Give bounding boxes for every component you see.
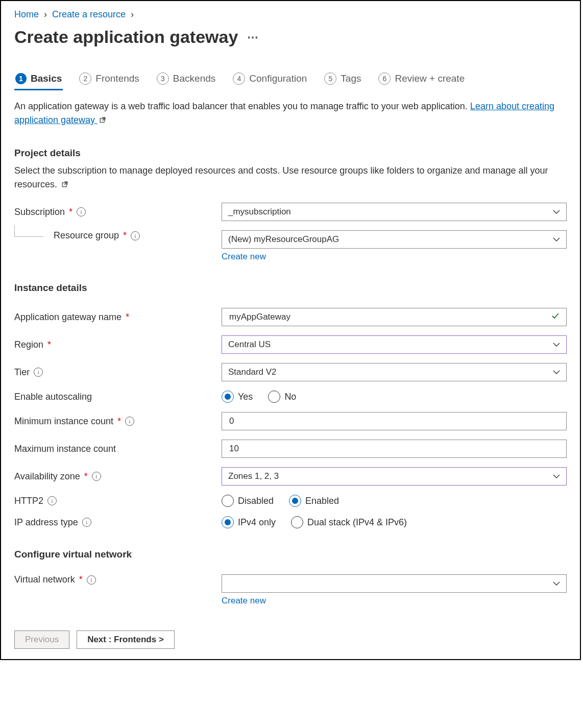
step-badge: 6 <box>378 72 391 85</box>
tier-select[interactable]: Standard V2 <box>222 363 567 381</box>
gateway-name-input-wrap <box>222 308 567 326</box>
info-icon[interactable]: i <box>82 518 91 527</box>
field-availability-zone: Availability zone * i Zones 1, 2, 3 <box>14 467 567 486</box>
tab-label: Basics <box>31 73 62 84</box>
http2-disabled-radio[interactable]: Disabled <box>222 495 274 507</box>
label-ip-type: IP address type <box>14 517 78 528</box>
checkmark-icon <box>551 311 560 323</box>
tab-label: Tags <box>341 73 361 84</box>
required-icon: * <box>79 574 83 585</box>
autoscaling-yes-radio[interactable]: Yes <box>222 391 253 403</box>
tier-value: Standard V2 <box>228 367 277 377</box>
autoscaling-no-radio[interactable]: No <box>268 391 296 403</box>
virtual-network-select[interactable] <box>222 574 567 593</box>
chevron-down-icon <box>553 342 560 347</box>
tab-frontends[interactable]: 2 Frontends <box>78 69 140 90</box>
chevron-down-icon <box>553 474 560 479</box>
page-title: Create application gateway ⋯ <box>14 27 567 47</box>
field-ip-type: IP address type i IPv4 only Dual stack (… <box>14 516 567 528</box>
info-icon[interactable]: i <box>131 231 140 240</box>
external-link-icon[interactable] <box>60 179 68 189</box>
field-min-instance: Minimum instance count * i <box>14 412 567 430</box>
intro-body: An application gateway is a web traffic … <box>14 101 470 111</box>
required-icon: * <box>117 416 121 427</box>
field-autoscaling: Enable autoscaling Yes No <box>14 391 567 403</box>
step-badge: 4 <box>233 72 245 85</box>
step-badge: 1 <box>15 73 27 84</box>
radio-label: IPv4 only <box>238 517 276 528</box>
create-new-vnet-link[interactable]: Create new <box>222 596 266 605</box>
info-icon[interactable]: i <box>34 368 43 377</box>
radio-label: Yes <box>238 392 253 402</box>
label-region: Region <box>14 339 43 350</box>
tab-configuration[interactable]: 4 Configuration <box>232 69 308 90</box>
tab-label: Review + create <box>395 73 465 84</box>
next-frontends-button[interactable]: Next : Frontends > <box>77 630 175 649</box>
info-icon[interactable]: i <box>87 575 96 585</box>
section-instance-heading: Instance details <box>14 282 567 294</box>
field-subscription: Subscription * i _mysubscription <box>14 203 567 221</box>
tab-label: Configuration <box>249 73 307 84</box>
chevron-right-icon: › <box>131 9 134 20</box>
field-gateway-name: Application gateway name * <box>14 308 567 326</box>
gateway-name-input[interactable] <box>228 311 548 323</box>
label-http2: HTTP2 <box>14 496 43 506</box>
ip-dual-stack-radio[interactable]: Dual stack (IPv4 & IPv6) <box>291 516 407 528</box>
tab-tags[interactable]: 5 Tags <box>323 69 362 90</box>
availability-zone-select[interactable]: Zones 1, 2, 3 <box>222 467 567 486</box>
field-virtual-network: Virtual network * i Create new <box>14 574 567 606</box>
section-project-desc: Select the subscription to manage deploy… <box>14 164 567 191</box>
breadcrumb-create-resource[interactable]: Create a resource <box>52 9 126 20</box>
info-icon[interactable]: i <box>47 496 57 505</box>
tab-basics[interactable]: 1 Basics <box>14 69 63 90</box>
region-value: Central US <box>228 339 271 350</box>
section-project-heading: Project details <box>14 148 567 159</box>
subscription-value: _mysubscription <box>228 207 291 217</box>
radio-label: Disabled <box>238 496 274 506</box>
min-instance-input[interactable] <box>228 416 548 427</box>
intro-text: An application gateway is a web traffic … <box>14 100 567 127</box>
region-select[interactable]: Central US <box>222 335 567 354</box>
section-vnet-heading: Configure virtual network <box>14 549 567 560</box>
required-icon: * <box>84 471 88 482</box>
chevron-down-icon <box>553 370 560 375</box>
label-min-instance: Minimum instance count <box>14 416 113 427</box>
tab-backends[interactable]: 3 Backends <box>156 69 216 90</box>
breadcrumb: Home › Create a resource › <box>14 9 567 20</box>
previous-button: Previous <box>14 630 69 649</box>
resource-group-select[interactable]: (New) myResourceGroupAG <box>222 230 567 249</box>
chevron-down-icon <box>553 209 560 214</box>
tab-label: Frontends <box>95 73 139 84</box>
required-icon: * <box>123 230 127 241</box>
chevron-down-icon <box>553 237 560 242</box>
radio-label: Dual stack (IPv4 & IPv6) <box>307 517 407 528</box>
breadcrumb-home[interactable]: Home <box>14 9 39 20</box>
subscription-select[interactable]: _mysubscription <box>222 203 567 221</box>
step-badge: 2 <box>79 72 91 85</box>
page-title-text: Create application gateway <box>14 27 238 47</box>
max-instance-input[interactable] <box>228 443 548 454</box>
info-icon[interactable]: i <box>92 472 101 481</box>
create-new-rg-link[interactable]: Create new <box>222 252 266 261</box>
label-max-instance: Maximum instance count <box>14 444 116 454</box>
info-icon[interactable]: i <box>125 417 134 426</box>
wizard-tabs: 1 Basics 2 Frontends 3 Backends 4 Config… <box>14 69 567 90</box>
label-autoscaling: Enable autoscaling <box>14 392 92 402</box>
resource-group-value: (New) myResourceGroupAG <box>228 234 339 245</box>
wizard-footer: Previous Next : Frontends > <box>14 630 567 649</box>
info-icon[interactable]: i <box>77 207 86 216</box>
ip-v4-only-radio[interactable]: IPv4 only <box>222 516 276 528</box>
more-icon[interactable]: ⋯ <box>247 31 259 44</box>
field-tier: Tier i Standard V2 <box>14 363 567 381</box>
label-subscription: Subscription <box>14 207 65 217</box>
http2-enabled-radio[interactable]: Enabled <box>289 495 339 507</box>
label-availability-zone: Availability zone <box>14 471 80 482</box>
tab-review-create[interactable]: 6 Review + create <box>377 69 466 90</box>
chevron-right-icon: › <box>44 9 47 20</box>
radio-label: No <box>284 392 296 402</box>
step-badge: 3 <box>157 72 169 85</box>
availability-zone-value: Zones 1, 2, 3 <box>228 471 279 481</box>
required-icon: * <box>126 312 129 323</box>
tree-line-icon <box>14 225 43 237</box>
external-link-icon <box>98 115 106 125</box>
